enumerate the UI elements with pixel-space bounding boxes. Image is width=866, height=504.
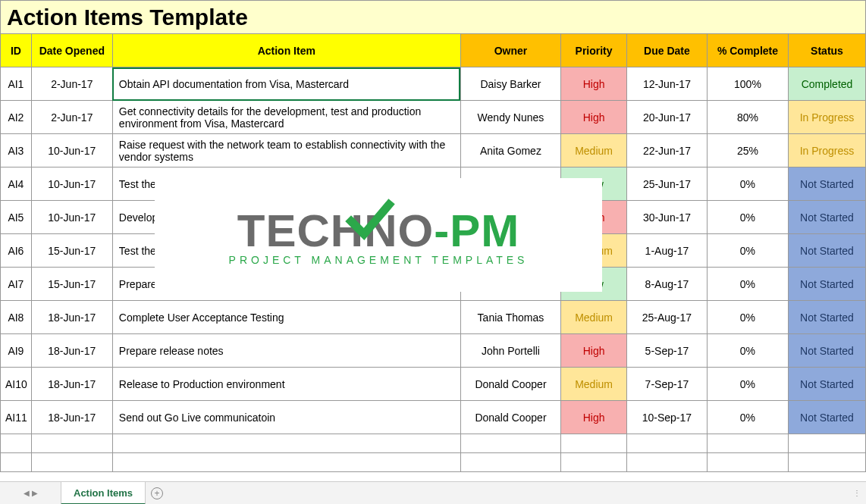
- cell-status[interactable]: Completed: [788, 67, 865, 101]
- cell-id[interactable]: AI11: [1, 401, 32, 434]
- cell-owner[interactable]: Donald Cooper: [460, 401, 561, 434]
- cell-pct-complete[interactable]: 0%: [707, 201, 788, 234]
- cell-due-date[interactable]: 1-Aug-17: [626, 234, 707, 268]
- col-header-owner[interactable]: Owner: [460, 34, 561, 67]
- table-header-row: ID Date Opened Action Item Owner Priorit…: [1, 34, 866, 67]
- cell-date-opened[interactable]: 10-Jun-17: [31, 167, 112, 201]
- cell-owner[interactable]: Tania Thomas: [460, 301, 561, 334]
- cell-action-item[interactable]: Send out Go Live communicatoin: [112, 401, 460, 434]
- col-header-due-date[interactable]: Due Date: [626, 34, 707, 67]
- table-row-empty[interactable]: [1, 434, 866, 453]
- col-header-id[interactable]: ID: [1, 34, 32, 67]
- cell-id[interactable]: AI10: [1, 368, 32, 401]
- cell-due-date[interactable]: 8-Aug-17: [626, 268, 707, 301]
- cell-pct-complete[interactable]: 25%: [707, 134, 788, 167]
- cell-priority[interactable]: Medium: [561, 301, 627, 334]
- cell-date-opened[interactable]: 18-Jun-17: [31, 334, 112, 368]
- cell-date-opened[interactable]: 18-Jun-17: [31, 301, 112, 334]
- table-row-empty[interactable]: [1, 453, 866, 472]
- cell-id[interactable]: AI7: [1, 268, 32, 301]
- plus-icon: +: [151, 487, 163, 499]
- cell-status[interactable]: In Progress: [788, 134, 865, 167]
- cell-date-opened[interactable]: 2-Jun-17: [31, 101, 112, 134]
- table-row[interactable]: AI12-Jun-17Obtain API documentation from…: [1, 67, 866, 101]
- cell-priority[interactable]: High: [561, 67, 627, 101]
- cell-pct-complete[interactable]: 0%: [707, 301, 788, 334]
- cell-status[interactable]: In Progress: [788, 101, 865, 134]
- cell-status[interactable]: Not Started: [788, 401, 865, 434]
- sheet-tab-action-items[interactable]: Action Items: [61, 482, 146, 504]
- col-header-date-opened[interactable]: Date Opened: [31, 34, 112, 67]
- cell-id[interactable]: AI6: [1, 234, 32, 268]
- cell-id[interactable]: AI5: [1, 201, 32, 234]
- cell-priority[interactable]: High: [561, 401, 627, 434]
- cell-owner[interactable]: Anita Gomez: [460, 134, 561, 167]
- cell-action-item[interactable]: Prepare release notes: [112, 334, 460, 368]
- cell-pct-complete[interactable]: 0%: [707, 401, 788, 434]
- table-row[interactable]: AI1018-Jun-17Release to Production envir…: [1, 368, 866, 401]
- cell-id[interactable]: AI8: [1, 301, 32, 334]
- cell-date-opened[interactable]: 18-Jun-17: [31, 368, 112, 401]
- table-row[interactable]: AI310-Jun-17Raise request with the netwo…: [1, 134, 866, 167]
- cell-status[interactable]: Not Started: [788, 268, 865, 301]
- cell-date-opened[interactable]: 2-Jun-17: [31, 67, 112, 101]
- cell-action-item[interactable]: Complete User Acceptance Testing: [112, 301, 460, 334]
- cell-date-opened[interactable]: 10-Jun-17: [31, 201, 112, 234]
- cell-status[interactable]: Not Started: [788, 201, 865, 234]
- cell-status[interactable]: Not Started: [788, 167, 865, 201]
- cell-due-date[interactable]: 10-Sep-17: [626, 401, 707, 434]
- cell-pct-complete[interactable]: 100%: [707, 67, 788, 101]
- table-row[interactable]: AI818-Jun-17Complete User Acceptance Tes…: [1, 301, 866, 334]
- col-header-pct-complete[interactable]: % Complete: [707, 34, 788, 67]
- cell-date-opened[interactable]: 15-Jun-17: [31, 268, 112, 301]
- cell-pct-complete[interactable]: 0%: [707, 334, 788, 368]
- cell-due-date[interactable]: 22-Jun-17: [626, 134, 707, 167]
- table-row[interactable]: AI1118-Jun-17Send out Go Live communicat…: [1, 401, 866, 434]
- cell-due-date[interactable]: 25-Jun-17: [626, 167, 707, 201]
- cell-priority[interactable]: Medium: [561, 134, 627, 167]
- cell-pct-complete[interactable]: 0%: [707, 368, 788, 401]
- cell-status[interactable]: Not Started: [788, 234, 865, 268]
- cell-priority[interactable]: Medium: [561, 368, 627, 401]
- cell-owner[interactable]: Donald Cooper: [460, 368, 561, 401]
- col-header-priority[interactable]: Priority: [561, 34, 627, 67]
- cell-action-item[interactable]: Obtain API documentation from Visa, Mast…: [112, 67, 460, 101]
- cell-pct-complete[interactable]: 80%: [707, 101, 788, 134]
- cell-pct-complete[interactable]: 0%: [707, 167, 788, 201]
- cell-owner[interactable]: Daisy Barker: [460, 67, 561, 101]
- cell-owner[interactable]: Wendy Nunes: [460, 101, 561, 134]
- cell-owner[interactable]: John Portelli: [460, 334, 561, 368]
- cell-action-item[interactable]: Get connectivity details for the develop…: [112, 101, 460, 134]
- cell-id[interactable]: AI4: [1, 167, 32, 201]
- sheet-options-button[interactable]: ⋮: [848, 482, 866, 504]
- cell-status[interactable]: Not Started: [788, 334, 865, 368]
- cell-date-opened[interactable]: 15-Jun-17: [31, 234, 112, 268]
- cell-priority[interactable]: High: [561, 101, 627, 134]
- col-header-status[interactable]: Status: [788, 34, 865, 67]
- checkmark-icon: [345, 199, 395, 244]
- col-header-action-item[interactable]: Action Item: [112, 34, 460, 67]
- table-row[interactable]: AI918-Jun-17Prepare release notesJohn Po…: [1, 334, 866, 368]
- cell-status[interactable]: Not Started: [788, 368, 865, 401]
- cell-pct-complete[interactable]: 0%: [707, 268, 788, 301]
- cell-due-date[interactable]: 7-Sep-17: [626, 368, 707, 401]
- cell-id[interactable]: AI9: [1, 334, 32, 368]
- cell-date-opened[interactable]: 18-Jun-17: [31, 401, 112, 434]
- table-row[interactable]: AI22-Jun-17Get connectivity details for …: [1, 101, 866, 134]
- cell-due-date[interactable]: 12-Jun-17: [626, 67, 707, 101]
- cell-due-date[interactable]: 25-Aug-17: [626, 301, 707, 334]
- cell-action-item[interactable]: Release to Production environment: [112, 368, 460, 401]
- cell-status[interactable]: Not Started: [788, 301, 865, 334]
- cell-id[interactable]: AI2: [1, 101, 32, 134]
- cell-pct-complete[interactable]: 0%: [707, 234, 788, 268]
- cell-due-date[interactable]: 5-Sep-17: [626, 334, 707, 368]
- cell-due-date[interactable]: 30-Jun-17: [626, 201, 707, 234]
- cell-id[interactable]: AI3: [1, 134, 32, 167]
- cell-action-item[interactable]: Raise request with the network team to e…: [112, 134, 460, 167]
- sheet-nav-buttons[interactable]: ◀ ▶: [0, 482, 61, 504]
- cell-date-opened[interactable]: 10-Jun-17: [31, 134, 112, 167]
- cell-priority[interactable]: High: [561, 334, 627, 368]
- cell-due-date[interactable]: 20-Jun-17: [626, 101, 707, 134]
- cell-id[interactable]: AI1: [1, 67, 32, 101]
- add-sheet-button[interactable]: +: [146, 482, 168, 504]
